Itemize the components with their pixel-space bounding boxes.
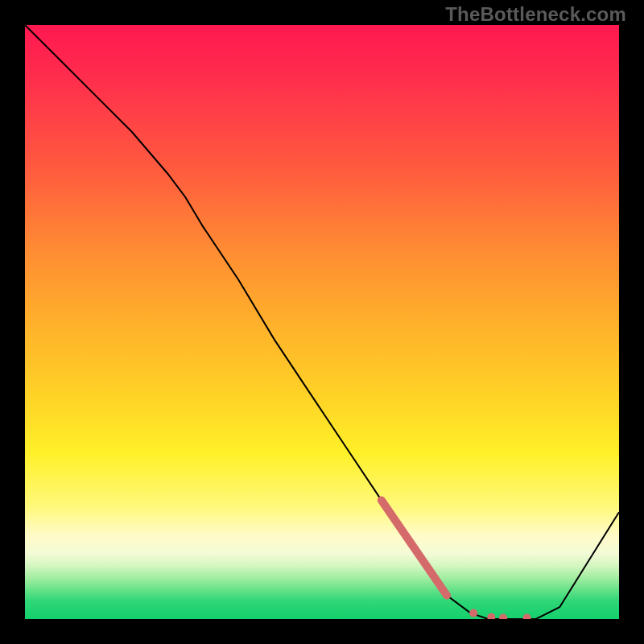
dot-4 bbox=[523, 614, 531, 620]
watermark-text: TheBottleneck.com bbox=[445, 3, 626, 26]
chart-frame: TheBottleneck.com bbox=[0, 0, 644, 644]
dot-1 bbox=[469, 609, 477, 617]
plot-svg bbox=[25, 25, 619, 619]
dot-2 bbox=[487, 613, 495, 619]
marker-dots bbox=[469, 609, 530, 619]
plot-area bbox=[25, 25, 619, 619]
dot-3 bbox=[499, 614, 507, 620]
highlight-segment bbox=[382, 500, 447, 595]
bottleneck-curve bbox=[25, 25, 619, 619]
